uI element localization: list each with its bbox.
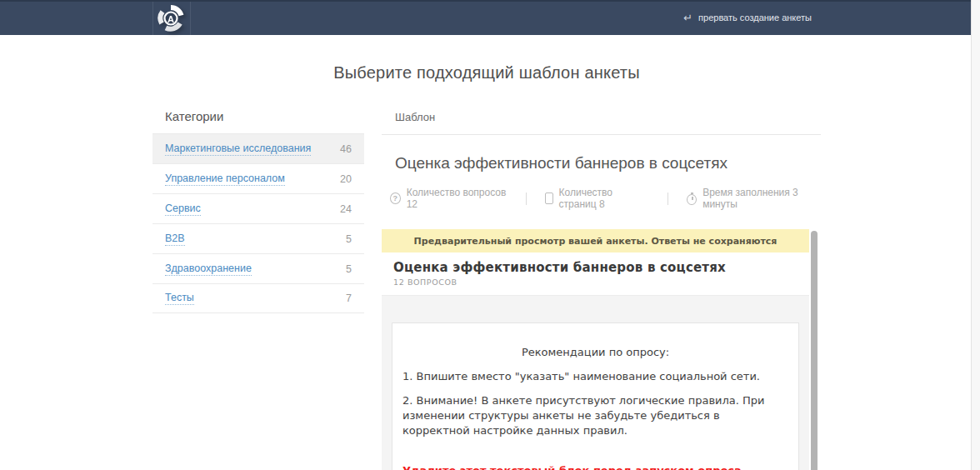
template-section-heading: Шаблон [382,106,821,135]
stat-label: Количество вопросов 12 [407,187,508,210]
category-count: 5 [346,233,352,245]
top-navbar: A ↵ прервать создание анкеты [0,0,971,35]
delete-block-warning: Удалите этот текстовый блок перед запуск… [402,463,788,470]
category-link[interactable]: Тесты [165,292,194,305]
recommendations-title: Рекомендации по опросу: [402,345,788,360]
category-healthcare[interactable]: Здравоохранение 5 [152,253,364,283]
abort-survey-creation-link[interactable]: ↵ прервать создание анкеты [683,0,812,35]
stat-questions: ? Количество вопросов 12 [390,187,508,210]
category-b2b[interactable]: B2B 5 [152,223,364,253]
abort-link-label: прервать создание анкеты [698,12,812,22]
category-link[interactable]: Здравоохранение [165,262,252,276]
category-link[interactable]: Маркетинговые исследования [165,142,311,156]
category-service[interactable]: Сервис 24 [152,193,364,223]
categories-heading: Категории [152,106,364,133]
preview-banner: Предварительный просмотр вашей анкеты. О… [382,229,809,252]
stat-pages: Количество страниц 8 [545,187,650,210]
recommendation-item: 2. Внимание! В анкете присутствуют логич… [402,393,788,438]
content-wrapper: Выберите подходящий шаблон анкеты Катего… [152,35,821,470]
preview-body: Рекомендации по опросу: 1. Впишите вмест… [382,296,809,470]
preview-survey-header: Оценка эффективности баннеров в соцсетях… [382,252,809,296]
stat-divider [526,192,527,205]
survey-preview-frame: Предварительный просмотр вашей анкеты. О… [382,229,821,470]
category-tests[interactable]: Тесты 7 [152,283,364,313]
stat-label: Количество страниц 8 [559,187,650,210]
svg-text:A: A [168,14,174,24]
category-link[interactable]: B2B [165,232,185,246]
stat-fill-time: Время заполнения 3 минуты [687,187,821,210]
app-logo[interactable]: A [158,5,184,32]
page-title: Выберите подходящий шаблон анкеты [152,63,821,82]
category-count: 5 [346,263,352,275]
navbar-divider [190,2,191,35]
page-icon [545,192,553,204]
window-scrollbar[interactable] [971,0,980,470]
stopwatch-icon [687,194,697,205]
recommendation-item: 1. Впишите вместо "указать" наименование… [402,369,788,384]
preview-scrollbar[interactable] [811,231,818,470]
category-count: 24 [340,203,352,215]
logo-gear-icon: A [158,5,184,32]
categories-sidebar: Категории Маркетинговые исследования 46 … [152,106,364,313]
category-count: 46 [340,143,352,155]
template-name: Оценка эффективности баннеров в соцсетях [395,154,821,172]
category-count: 20 [340,173,352,185]
preview-survey-title: Оценка эффективности баннеров в соцсетях [393,260,798,275]
category-link[interactable]: Управление персоналом [165,172,285,186]
stat-label: Время заполнения 3 минуты [702,187,821,210]
category-marketing-research[interactable]: Маркетинговые исследования 46 [152,133,364,163]
category-link[interactable]: Сервис [165,202,201,216]
category-hr-management[interactable]: Управление персоналом 20 [152,163,364,193]
template-stats: ? Количество вопросов 12 Количество стра… [390,187,821,210]
category-count: 7 [346,292,352,304]
return-arrow-icon: ↵ [683,12,692,23]
question-circle-icon: ? [390,192,401,204]
template-panel: Шаблон Оценка эффективности баннеров в с… [382,106,821,470]
preview-questions-count: 12 вопросов [393,278,798,287]
recommendations-card: Рекомендации по опросу: 1. Впишите вмест… [392,322,799,470]
stat-divider [668,192,668,205]
navbar-divider [152,2,153,35]
